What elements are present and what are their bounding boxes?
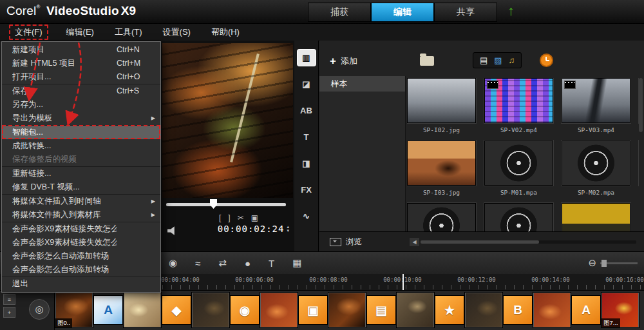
timeline-clip[interactable]: A (571, 295, 601, 325)
timeline-clip[interactable]: ◉ (230, 295, 260, 325)
grid-view-icon[interactable]: ▦ (292, 257, 301, 269)
volume-icon[interactable] (167, 226, 177, 235)
library-item[interactable] (484, 203, 553, 232)
file-menu-item[interactable]: 成批转换... (2, 139, 160, 153)
track-option-button[interactable]: ≡ (3, 294, 15, 305)
library-item[interactable]: SP-I03.jpg (407, 141, 476, 197)
file-menu-item[interactable]: 将媒体文件插入到素材库 ▸ (2, 208, 160, 222)
library-item[interactable] (407, 203, 476, 232)
file-menu-item[interactable]: 会声会影怎么自动添加转场 (2, 263, 160, 277)
seek-bar[interactable] (166, 203, 286, 206)
cut-clip-button[interactable]: ✂ (238, 213, 244, 222)
file-menu-item[interactable]: 会声会影怎么自动添加转场 (2, 249, 160, 263)
timeline-clip[interactable] (533, 292, 571, 328)
library-item[interactable] (562, 203, 630, 232)
file-menu-item[interactable]: 新建项目 Ctrl+N (2, 43, 160, 57)
library-thumbnail[interactable] (562, 141, 630, 186)
overlay-tab[interactable]: ◨ (298, 155, 316, 171)
scrollbar-track[interactable] (421, 240, 636, 244)
timecode-value[interactable]: 00:00:02:24 (218, 224, 285, 234)
file-menu-item[interactable]: 打开项目... Ctrl+O (2, 70, 160, 84)
library-item[interactable]: SP-M02.mpa (562, 141, 630, 197)
library-thumbnail[interactable] (407, 203, 476, 232)
file-menu-item[interactable]: 导出为模板 ▸ (2, 112, 160, 125)
timeline-clip[interactable] (191, 292, 230, 328)
timeline-clip[interactable]: ★ (435, 295, 464, 325)
file-menu-item[interactable]: 将媒体文件插入到时间轴 ▸ (2, 194, 160, 208)
timeline-clip[interactable] (464, 292, 503, 328)
file-menu-item[interactable]: 修复 DVB-T 视频... (2, 180, 160, 194)
file-menu-item[interactable]: 另存为... (2, 98, 160, 112)
sound-mixer-icon[interactable]: ≈ (195, 258, 200, 269)
subtitle-editor-icon[interactable]: T (269, 258, 274, 269)
file-menu-item[interactable]: 智能包... (2, 125, 160, 139)
record-capture-icon[interactable]: ● (245, 258, 251, 269)
upgrade-arrow-icon[interactable]: ↑ (507, 3, 515, 19)
library-thumbnail[interactable] (562, 78, 630, 123)
zoom-slider-thumb[interactable] (601, 260, 607, 267)
zoom-out-icon[interactable]: ⊖ (588, 257, 596, 269)
scroll-left-button[interactable]: ◀ (410, 238, 419, 246)
library-item[interactable]: SP-M01.mpa (484, 141, 553, 197)
instant-project-tab[interactable]: ◪ (298, 76, 316, 92)
menu-bar-item[interactable]: 帮助(H) (209, 25, 242, 39)
library-thumbnail[interactable] (407, 141, 476, 186)
timeline-clip[interactable] (328, 292, 366, 328)
scrollbar-thumb[interactable] (421, 240, 539, 244)
file-menu-item[interactable]: 保存修整后的视频 (2, 153, 160, 166)
menu-bar-item[interactable]: 工具(T) (112, 25, 145, 39)
browse-button[interactable]: 浏览 (330, 237, 362, 248)
file-menu-item[interactable]: 会声会影X9素材链接失效怎么办 (2, 236, 160, 249)
motion-path-tab[interactable]: ∿ (298, 208, 316, 224)
timeline-clip[interactable]: 图7... (601, 292, 639, 328)
gallery-item-sample[interactable]: 样本 (319, 76, 405, 92)
timeline-clip[interactable]: 图0.. (55, 292, 93, 328)
title-tab[interactable]: T (298, 129, 316, 145)
library-thumbnail[interactable] (484, 141, 553, 186)
timeline-clip[interactable] (260, 292, 298, 328)
spinner-down-icon[interactable]: ▾ (287, 229, 289, 233)
track-manager-icon[interactable]: ◉ (169, 257, 177, 269)
transition-tab[interactable]: AB (298, 102, 316, 119)
seek-handle[interactable] (210, 199, 217, 209)
timeline-clip[interactable]: B (503, 295, 533, 325)
library-item[interactable]: SP-V03.mp4 (562, 78, 630, 134)
library-item[interactable]: SP-V02.mp4 (484, 78, 553, 134)
timeline-clip[interactable]: A (93, 295, 123, 325)
show-videos-icon[interactable]: ▤ (480, 55, 488, 65)
filter-tab[interactable]: FX (298, 182, 316, 198)
library-scrollbar[interactable] (639, 78, 643, 132)
library-thumbnail[interactable] (484, 78, 553, 123)
add-track-button[interactable]: + (3, 307, 15, 318)
show-photos-icon[interactable]: ▨ (494, 55, 502, 65)
playhead-marker[interactable] (402, 274, 404, 290)
file-menu-item[interactable]: 保存 Ctrl+S (2, 84, 160, 98)
file-menu-item[interactable]: 退出 (2, 277, 160, 291)
import-folder-icon[interactable] (420, 56, 434, 66)
mode-tab[interactable]: 共享 (434, 3, 497, 22)
mark-out-button[interactable]: ] (228, 213, 230, 222)
timeline-clip[interactable]: ▣ (298, 295, 328, 325)
duration-clock-icon[interactable] (540, 53, 553, 67)
library-hscrollbar[interactable]: ◀ (410, 238, 636, 246)
video-track-icon[interactable]: ◎ (29, 299, 50, 320)
menu-bar-item[interactable]: 编辑(E) (64, 25, 97, 39)
timeline-clip[interactable]: ◆ (162, 295, 191, 325)
library-item[interactable]: SP-I02.jpg (407, 78, 476, 134)
menu-bar-item[interactable]: 设置(S) (160, 25, 193, 39)
file-menu-item[interactable]: 会声会影X9素材链接失效怎么办 (2, 222, 160, 236)
timecode-spinner[interactable]: ▴ ▾ (287, 225, 289, 233)
mode-tab[interactable]: 捕获 (308, 3, 371, 22)
media-library-tab[interactable]: ▥ (298, 50, 316, 66)
add-button[interactable]: + 添加 (330, 55, 357, 68)
timeline-clip[interactable]: ▤ (366, 295, 396, 325)
library-thumbnail[interactable] (562, 203, 630, 232)
library-thumbnail[interactable] (407, 78, 476, 123)
file-menu-item[interactable]: 新建 HTML5 项目 Ctrl+M (2, 57, 160, 70)
library-thumbnail[interactable] (484, 203, 553, 232)
timeline-clip[interactable] (396, 292, 435, 328)
auto-transition-icon[interactable]: ⇄ (218, 257, 227, 269)
zoom-slider[interactable] (600, 262, 638, 264)
show-audio-icon[interactable]: ♫ (509, 55, 515, 65)
menu-bar-item[interactable]: 文件(F) (9, 24, 48, 40)
